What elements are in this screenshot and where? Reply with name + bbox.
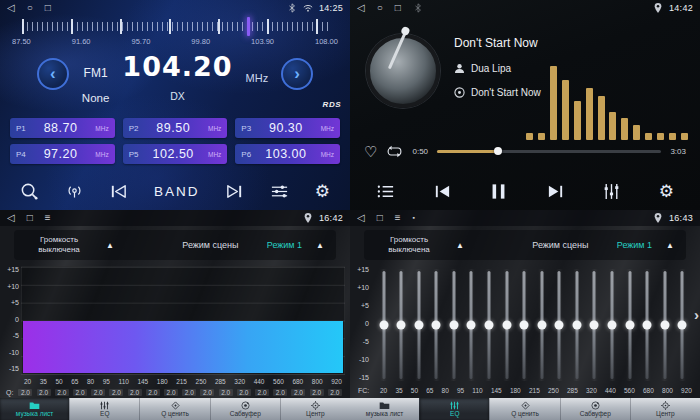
eq-band-slider[interactable] xyxy=(607,269,618,381)
tune-sliders-icon[interactable] xyxy=(270,182,289,201)
eq-band-slider[interactable] xyxy=(448,269,459,381)
mode-selector[interactable]: Режим 1 ▲ xyxy=(617,240,674,250)
broadcast-scan-icon[interactable] xyxy=(65,182,84,201)
back-icon[interactable]: ◁ xyxy=(7,210,15,226)
equalizer-icon[interactable] xyxy=(602,182,621,201)
back-icon[interactable]: ◁ xyxy=(7,0,15,16)
home-icon[interactable]: □ xyxy=(377,210,383,226)
tab-music-list[interactable]: музыка лист xyxy=(0,398,69,420)
slider-knob[interactable] xyxy=(608,321,617,330)
preset-unit: MHz xyxy=(321,151,334,158)
slider-knob[interactable] xyxy=(467,321,476,330)
mode-selector[interactable]: Режим 1 ▲ xyxy=(267,240,324,250)
slider-knob[interactable] xyxy=(520,321,529,330)
eq-band-slider[interactable] xyxy=(413,269,424,381)
tab-eq[interactable]: EQ xyxy=(69,398,139,420)
tab-q-value[interactable]: Q ценить xyxy=(139,398,209,420)
slider-knob[interactable] xyxy=(660,321,669,330)
home-icon[interactable]: ○ xyxy=(27,0,33,16)
slider-knob[interactable] xyxy=(484,321,493,330)
menu-icon[interactable]: ≡ xyxy=(45,210,51,226)
previous-icon[interactable] xyxy=(109,182,128,201)
slider-knob[interactable] xyxy=(555,321,564,330)
slider-knob[interactable] xyxy=(643,321,652,330)
seek-down-button[interactable]: ‹ xyxy=(37,58,69,90)
slider-knob[interactable] xyxy=(590,321,599,330)
eq-band-slider[interactable] xyxy=(396,269,407,381)
home-icon[interactable]: ○ xyxy=(377,0,383,16)
loudness-toggle[interactable]: Громкость выключена ▲ xyxy=(26,235,154,254)
eq-band-slider[interactable] xyxy=(659,269,670,381)
slider-knob[interactable] xyxy=(537,321,546,330)
next-icon[interactable] xyxy=(225,182,244,201)
eq-band-slider[interactable] xyxy=(466,269,477,381)
tuning-dial[interactable]: 87.5091.6095.7099.80103.90108.00 xyxy=(8,19,342,53)
eq-band-slider[interactable] xyxy=(554,269,565,381)
pause-icon[interactable] xyxy=(489,182,508,201)
eq-band-slider[interactable] xyxy=(501,269,512,381)
preset-P5[interactable]: P5102.50MHz xyxy=(123,144,228,164)
seek-up-button[interactable]: › xyxy=(281,58,313,90)
bluetooth-icon xyxy=(287,3,297,13)
preset-number: P6 xyxy=(241,150,251,159)
slider-knob[interactable] xyxy=(449,321,458,330)
eq-band-slider[interactable] xyxy=(519,269,530,381)
freq-tick: 65 xyxy=(71,378,78,385)
tab-music-list[interactable]: музыка лист xyxy=(350,398,419,420)
settings-icon[interactable]: ⚙ xyxy=(659,183,674,200)
eq-band-slider[interactable] xyxy=(642,269,653,381)
tab-label: EQ xyxy=(100,411,109,418)
home-icon[interactable]: □ xyxy=(27,210,33,226)
current-frequency: 104.20 xyxy=(122,52,232,82)
seek-knob[interactable] xyxy=(494,147,502,155)
back-icon[interactable]: ◁ xyxy=(357,0,365,16)
eq-tabbar: музыка листEQQ ценитьСабвуферЦентр xyxy=(350,398,700,420)
slider-knob[interactable] xyxy=(414,321,423,330)
tab-center[interactable]: Центр xyxy=(630,398,700,420)
back-icon[interactable]: ◁ xyxy=(357,210,365,226)
preset-P2[interactable]: P289.50MHz xyxy=(123,118,228,138)
eq-band-slider[interactable] xyxy=(624,269,635,381)
eq-band-slider[interactable] xyxy=(536,269,547,381)
band-button[interactable]: BAND xyxy=(154,184,200,199)
eq-band-slider[interactable] xyxy=(483,269,494,381)
preset-P6[interactable]: P6103.00MHz xyxy=(235,144,340,164)
eq-band-slider[interactable] xyxy=(571,269,582,381)
tab-center[interactable]: Центр xyxy=(280,398,350,420)
spectrum-visualizer xyxy=(526,48,688,140)
slider-knob[interactable] xyxy=(625,321,634,330)
settings-icon[interactable]: ⚙ xyxy=(315,183,330,200)
preset-P1[interactable]: P188.70MHz xyxy=(10,118,115,138)
search-icon[interactable] xyxy=(20,182,39,201)
slider-knob[interactable] xyxy=(572,321,581,330)
tab-q-value[interactable]: Q ценить xyxy=(489,398,559,420)
slider-knob[interactable] xyxy=(397,321,406,330)
previous-track-icon[interactable] xyxy=(433,182,452,201)
loudness-toggle[interactable]: Громкость выключена ▲ xyxy=(376,235,504,254)
tab-subwoofer[interactable]: Сабвуфер xyxy=(210,398,280,420)
clock: 16:42 xyxy=(319,213,343,223)
slider-knob[interactable] xyxy=(678,321,687,330)
recents-icon[interactable]: □ xyxy=(45,0,51,16)
repeat-icon[interactable] xyxy=(386,145,403,158)
slider-knob[interactable] xyxy=(432,321,441,330)
eq-band-slider[interactable] xyxy=(431,269,442,381)
menu-icon[interactable]: ≡ xyxy=(395,210,401,226)
slider-knob[interactable] xyxy=(379,321,388,330)
preset-P3[interactable]: P390.30MHz xyxy=(235,118,340,138)
tab-subwoofer[interactable]: Сабвуфер xyxy=(560,398,630,420)
playlist-icon[interactable] xyxy=(376,182,395,201)
favorite-icon[interactable]: ♡ xyxy=(364,144,377,159)
eq-band-slider[interactable] xyxy=(378,269,389,381)
tab-eq[interactable]: EQ xyxy=(419,398,489,420)
preset-P4[interactable]: P497.20MHz xyxy=(10,144,115,164)
freq-tick: 95 xyxy=(457,387,464,394)
eq-band-slider[interactable] xyxy=(677,269,688,381)
next-track-icon[interactable] xyxy=(546,182,565,201)
next-page-chevron[interactable]: › xyxy=(694,307,699,322)
recents-icon[interactable]: □ xyxy=(395,0,401,16)
slider-knob[interactable] xyxy=(502,321,511,330)
plot-area[interactable] xyxy=(21,266,345,375)
eq-band-slider[interactable] xyxy=(589,269,600,381)
seek-bar[interactable] xyxy=(437,150,661,153)
